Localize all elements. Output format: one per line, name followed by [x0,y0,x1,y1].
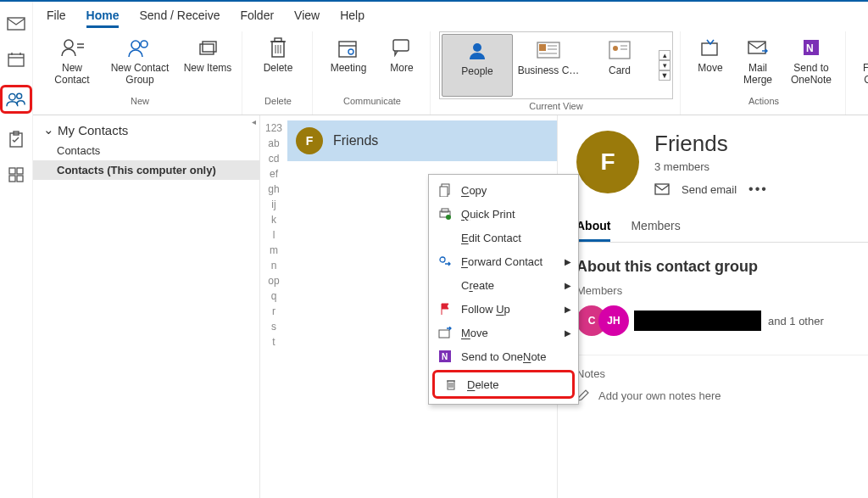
people-group-icon [127,35,153,60]
alpha-q[interactable]: q [271,290,277,302]
ctx-delete[interactable]: Delete [432,370,575,399]
alpha-k[interactable]: k [271,214,276,226]
navigation-pane: ◂ ⌄My Contacts Contacts Contacts (This c… [33,115,260,498]
send-onenote-button[interactable]: NSend to OneNote [784,31,838,94]
alpha-m[interactable]: m [270,244,278,256]
mail-merge-button[interactable]: Mail Merge [737,31,779,94]
svg-point-28 [348,49,353,54]
view-down-button[interactable]: ▾ [659,60,670,70]
people-icon[interactable] [0,85,32,114]
menu-view[interactable]: View [294,8,320,28]
tab-members[interactable]: Members [631,219,680,242]
svg-rect-9 [9,168,15,174]
copy-icon [437,182,453,198]
svg-rect-0 [8,18,25,30]
menu-sendreceive[interactable]: Send / Receive [139,8,220,28]
list-item[interactable]: F Friends [287,120,557,161]
submenu-arrow-icon: ▶ [565,305,571,314]
more-options-button[interactable]: ••• [748,182,768,197]
person-icon [60,35,84,60]
meeting-icon [337,35,359,60]
svg-point-5 [9,94,15,100]
svg-point-37 [613,46,618,51]
svg-rect-1 [8,54,24,66]
svg-rect-12 [17,176,23,182]
nav-contacts-local[interactable]: Contacts (This computer only) [33,160,259,180]
mail-icon [654,183,670,195]
alpha-cd[interactable]: cd [269,153,280,165]
meeting-button[interactable]: Meeting [321,31,376,94]
notes-field[interactable]: Add your own notes here [576,389,868,402]
new-items-button[interactable]: New Items [181,31,235,94]
menu-file[interactable]: File [47,8,66,28]
ctx-edit-contact[interactable]: Edit Contact [429,226,578,249]
svg-rect-25 [275,38,281,42]
more-button[interactable]: More [381,31,423,94]
avatar: F [576,131,639,193]
alpha-s[interactable]: s [271,321,276,333]
group-label-new: New [131,94,149,109]
delete-button[interactable]: Delete [251,31,305,94]
nav-contacts[interactable]: Contacts [33,141,259,160]
svg-rect-52 [439,330,449,338]
move-folder-icon [437,325,453,340]
forward-icon [437,254,453,269]
tab-about[interactable]: About [576,219,610,242]
svg-rect-11 [9,176,15,182]
new-contact-button[interactable]: New Contact [45,31,99,94]
ctx-send-onenote[interactable]: NSend to OneNote [429,344,578,368]
move-icon [700,35,721,60]
forward-contact-button[interactable]: Forward Contact [854,31,868,94]
view-expand-button[interactable]: ▼ [659,70,670,81]
apps-icon[interactable] [6,165,26,185]
ctx-move[interactable]: Move▶ [429,321,578,344]
new-contact-group-button[interactable]: New Contact Group [104,31,175,94]
submenu-arrow-icon: ▶ [565,328,571,338]
move-button[interactable]: Move [689,31,732,94]
alpha-l[interactable]: l [273,229,275,241]
alpha-t[interactable]: t [272,336,275,348]
ctx-forward-contact[interactable]: Forward Contact▶ [429,249,578,273]
trash-icon [443,377,459,392]
new-items-icon [198,35,218,60]
menu-help[interactable]: Help [340,8,364,28]
svg-rect-32 [539,44,546,51]
alpha-ab[interactable]: ab [268,137,279,149]
reading-pane: F Friends 3 members Send email ••• About… [558,115,868,498]
people-view-icon [467,38,487,64]
view-business-button[interactable]: Business C… [513,34,584,97]
member-avatar[interactable]: JH [598,305,629,336]
ctx-quick-print[interactable]: Quick Print [429,202,578,226]
mail-icon[interactable] [6,14,26,34]
group-label-actions: Actions [748,94,779,109]
view-people-button[interactable]: People [442,34,513,97]
view-card-button[interactable]: Card [584,34,655,97]
svg-rect-45 [655,184,669,194]
avatar: F [296,127,323,154]
menu-folder[interactable]: Folder [240,8,274,28]
alpha-ij[interactable]: ij [271,199,275,210]
speech-icon [392,35,412,60]
ctx-copy[interactable]: CCopyopy [429,178,578,202]
alpha-n[interactable]: n [271,260,277,271]
member-count: 3 members [654,160,768,173]
alpha-r[interactable]: r [272,305,275,317]
alpha-index: 123 ab cd ef gh ij k l m n op q r s t [260,115,287,498]
view-up-button[interactable]: ▴ [659,50,670,60]
nav-my-contacts[interactable]: ⌄My Contacts [33,115,259,141]
flag-icon [437,301,453,316]
current-view-gallery: People Business C… Card ▴ ▾ ▼ [439,31,673,99]
collapse-handle-icon[interactable]: ◂ [252,117,256,126]
tasks-icon[interactable] [6,129,26,149]
ctx-follow-up[interactable]: Follow Up▶ [429,297,578,321]
menu-home[interactable]: Home [86,8,120,28]
alpha-gh[interactable]: gh [268,183,279,195]
svg-rect-10 [17,168,23,174]
alpha-op[interactable]: op [268,275,279,287]
group-label-communicate: Communicate [343,94,401,109]
alpha-ef[interactable]: ef [270,168,278,180]
alpha-123[interactable]: 123 [265,122,282,134]
send-email-link[interactable]: Send email [682,183,737,196]
ctx-create[interactable]: Create▶ [429,273,578,297]
calendar-icon[interactable] [6,49,26,70]
